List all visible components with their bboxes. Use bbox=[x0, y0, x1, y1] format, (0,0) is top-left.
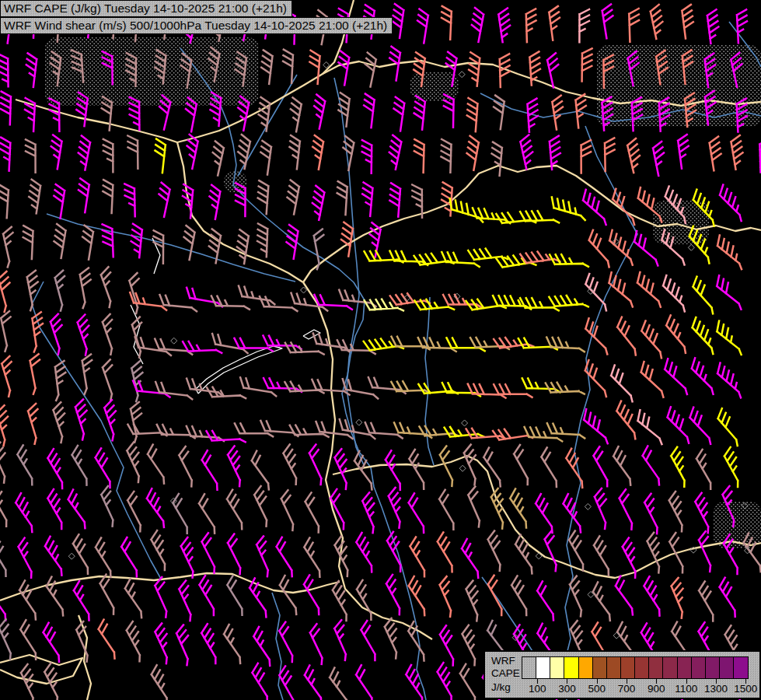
legend-color-cell bbox=[522, 657, 536, 678]
map-title-windshear-text: WRF Wind shear (m/s) 500/1000hPa Tuesday… bbox=[4, 19, 387, 32]
legend-label-unit: J/kg bbox=[491, 681, 511, 693]
legend-color-cell bbox=[692, 657, 706, 678]
legend-label-wrf: WRF bbox=[491, 655, 515, 667]
legend-color-cell bbox=[536, 657, 550, 678]
legend-color-cell bbox=[579, 657, 593, 678]
weather-map-canvas bbox=[0, 0, 761, 700]
legend-color-cell bbox=[663, 657, 677, 678]
legend-color-cell bbox=[593, 657, 607, 678]
legend-color-cell bbox=[621, 657, 635, 678]
legend-color-cell bbox=[734, 657, 748, 678]
legend-color-cell bbox=[635, 657, 649, 678]
map-title-windshear: WRF Wind shear (m/s) 500/1000hPa Tuesday… bbox=[0, 17, 393, 34]
terrain-stipple-patch bbox=[714, 502, 761, 548]
terrain-stipple-patch bbox=[45, 37, 259, 106]
legend-tick-label: 1500 bbox=[728, 683, 761, 695]
legend-color-cell bbox=[720, 657, 734, 678]
map-title-cape-text: WRF CAPE (J/kg) Tuesday 14-10-2025 21:00… bbox=[4, 2, 287, 15]
cape-legend: WRF CAPE J/kg 10030050070090011001300150… bbox=[483, 650, 761, 699]
legend-color-cell bbox=[550, 657, 564, 678]
weather-map-page: WRF CAPE (J/kg) Tuesday 14-10-2025 21:00… bbox=[0, 0, 761, 700]
map-title-cape: WRF CAPE (J/kg) Tuesday 14-10-2025 21:00… bbox=[0, 0, 292, 17]
legend-colorbar bbox=[522, 656, 749, 679]
legend-color-cell bbox=[706, 657, 720, 678]
legend-color-cell bbox=[678, 657, 692, 678]
legend-color-cell bbox=[564, 657, 578, 678]
legend-color-cell bbox=[649, 657, 663, 678]
legend-label-cape: CAPE bbox=[491, 667, 520, 679]
legend-color-cell bbox=[607, 657, 621, 678]
